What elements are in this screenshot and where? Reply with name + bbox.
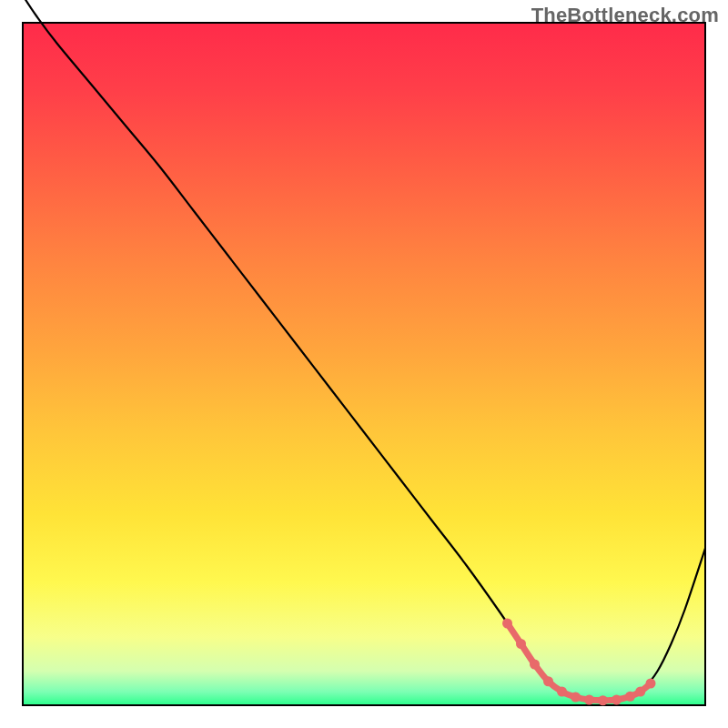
optimal-point-marker: [625, 692, 635, 702]
optimal-point-marker: [502, 619, 512, 629]
chart-canvas: [0, 0, 728, 728]
optimal-point-marker: [516, 639, 526, 649]
optimal-point-marker: [557, 687, 567, 697]
watermark-label: TheBottleneck.com: [531, 4, 719, 27]
optimal-point-marker: [584, 695, 594, 705]
optimal-point-marker: [612, 695, 622, 705]
optimal-point-marker: [543, 676, 553, 686]
optimal-point-marker: [598, 695, 608, 705]
optimal-point-marker: [530, 660, 540, 670]
optimal-point-marker: [635, 687, 645, 697]
optimal-point-marker: [571, 693, 581, 703]
optimal-point-marker: [646, 679, 656, 689]
